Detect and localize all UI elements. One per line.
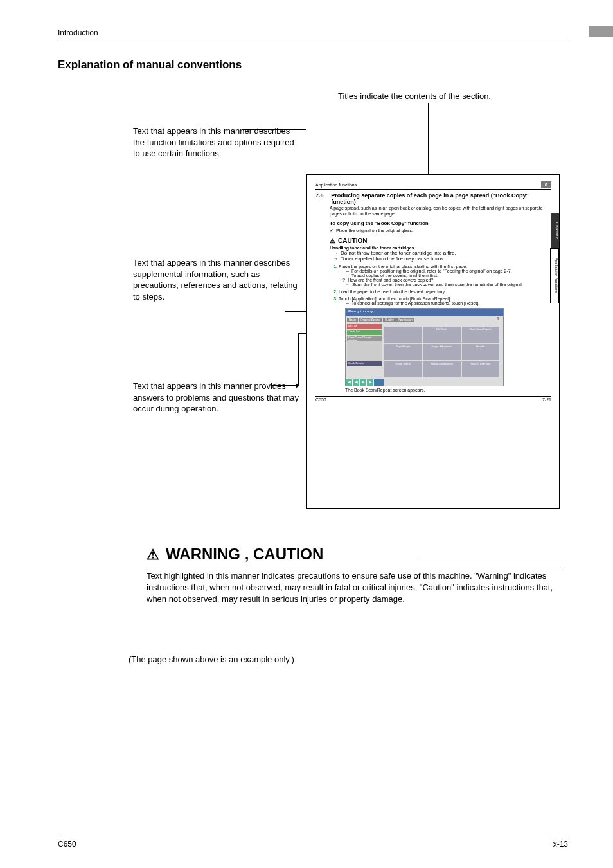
sample-step2: Load the paper to be used into the desir… [339,289,445,294]
sample-caution-line2: Toner expelled from the fire may cause b… [330,256,551,262]
sample-section-title: Producing separate copies of each page i… [331,192,537,205]
sample-screen-caption: The Book Scan/Repeat screen appears. [345,388,551,392]
sample-caution-title: CAUTION [330,237,551,244]
screen-grid-btn: Erase Stamp [384,361,422,377]
callout-supplemental: Text that appears in this manner describ… [133,257,300,302]
screen-tab: Original Setting [359,318,382,322]
screen-grid-btn: Edit Color [423,327,460,343]
footer-model: C650 [58,840,76,849]
sample-step3-detail1: To cancel all settings for the Applicati… [339,301,551,305]
warning-body: Text highlighted in this manner indicate… [147,570,564,606]
sample-footer-model: C650 [315,397,326,402]
sample-ui-screenshot: Ready to copy. 1 Basic Original Setting … [345,308,504,386]
sample-section-number: 7.6 [315,192,330,199]
header-decoration [589,26,613,37]
leader-line [272,385,298,386]
sample-check-line: Place the original on the original glass… [330,228,551,233]
screen-grid-btn: Save in User Box [462,361,499,377]
screen-grid-btn: Stamp/Composition [423,361,460,377]
sample-step1: Place the pages on the original glass, s… [339,264,467,269]
example-note: (The page shown above is an example only… [129,655,294,664]
sample-step1-answer: Scan the front cover, then the back cove… [339,282,551,287]
leader-line [298,333,299,385]
screen-tab: Basic [347,318,358,322]
screen-grid-btn: Booklet [462,344,499,360]
screen-grid-btn: Page Margin [384,344,422,360]
sample-caution-head: Handling toner and the toner cartridges [330,246,551,250]
sample-tab-side: Application functions [550,248,559,303]
screen-copies: 1 [497,316,499,321]
screen-left-btn: Check Details [347,361,382,366]
screen-left-spacer [347,341,382,361]
sample-caution-line1: Do not throw toner or the toner cartridg… [330,250,551,256]
screen-grid-btn: Image Adjustment [423,344,460,360]
leader-line [242,129,306,130]
sample-tab-chapter: Chapter 8 [551,213,559,248]
screen-left-btn: Check Job [347,330,382,335]
sample-header-label: Application functions [315,183,357,187]
callout-titles: Titles indicate the contents of the sect… [338,91,491,102]
page-title: Explanation of manual conventions [58,59,568,71]
sample-step1-detail1: For details on positioning the original,… [339,269,551,273]
sample-intro-text: A page spread, such as in an open book o… [330,205,551,217]
footer-page-number: x-13 [553,840,568,849]
screen-left-btn: Sheet/Cover/Chapter Insertion [347,336,382,341]
sample-chapter-number: 8 [541,181,551,188]
screen-ready: Ready to copy. [348,309,374,316]
screen-grid-btn: Book Scan/Repeat [462,327,499,343]
screen-tab-active: Application [396,318,414,322]
sample-step1-question: How are the front and back covers copied… [339,278,551,282]
sample-page-figure: Application functions 8 Chapter 8 Applic… [306,174,560,509]
leader-line [285,262,285,311]
running-header: Introduction [58,28,98,37]
screen-tab: Quality [383,318,396,322]
screen-grid-btn [384,327,422,343]
sample-subhead: To copy using the "Book Copy" function [330,221,551,226]
leader-line [418,556,565,556]
sample-step1-detail2: To add copies of the covers, load them f… [339,273,551,278]
screen-left-btn: Job List [347,324,382,329]
sample-step3: Touch [Application], and then touch [Boo… [339,296,451,301]
sample-footer-page: 7-21 [542,397,551,402]
callout-limitations: Text that appears in this manner describ… [133,125,300,159]
leader-line [428,103,429,183]
